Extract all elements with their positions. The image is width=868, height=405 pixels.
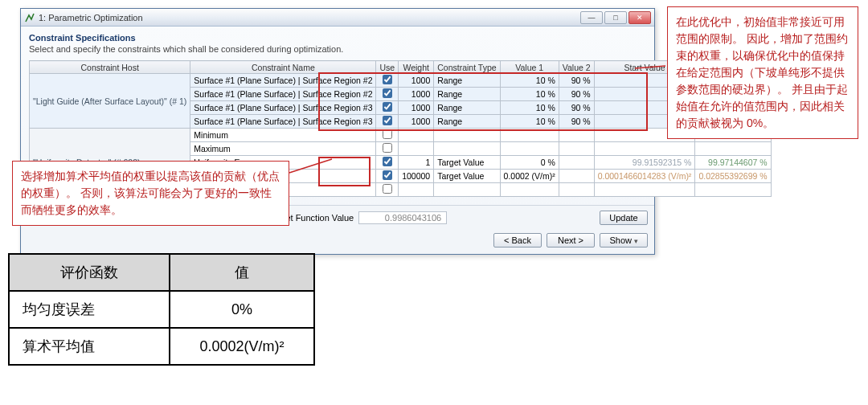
use-checkbox[interactable] [383,102,392,112]
annotation-left-text: 选择增加算术平均值的权重以提高该值的贡献（优点的权重）。 否则，该算法可能会为了… [21,170,280,216]
annotation-right-text: 在此优化中，初始值非常接近可用范围的限制。 因此，增加了范围约束的权重，以确保优… [676,15,848,129]
use-checkbox[interactable] [383,116,392,125]
use-checkbox[interactable] [383,129,392,139]
col-v1: Value 1 [500,61,559,74]
summary-header-val: 值 [170,254,314,291]
use-checkbox[interactable] [383,157,392,166]
summary-table: 评价函数 值 均匀度误差 0% 算术平均值 0.0002(V/m)² [8,253,315,366]
summary-row-label: 算术平均值 [9,328,170,365]
tfv-value: 0.9986043106 [358,211,447,224]
col-weight: Weight [399,61,434,74]
summary-row-value: 0% [170,291,314,328]
show-button[interactable]: Show [600,233,648,248]
window-title: 1: Parametric Optimization [39,13,580,22]
use-checkbox[interactable] [383,143,392,153]
col-use: Use [376,61,399,74]
update-button[interactable]: Update [600,211,648,225]
summary-header-func: 评价函数 [9,254,170,291]
col-v2: Value 2 [559,61,594,74]
wizard-buttons: < Back Next > Show [21,230,654,254]
use-checkbox[interactable] [383,184,392,194]
table-row[interactable]: "Light Guide (After Surface Layout)" (# … [30,74,772,88]
use-checkbox[interactable] [383,75,392,84]
annotation-right: 在此优化中，初始值非常接近可用范围的限制。 因此，增加了范围约束的权重，以确保优… [667,6,858,139]
app-icon [24,12,35,23]
summary-row-value: 0.0002(V/m)² [170,328,314,365]
close-button[interactable]: ✕ [628,11,651,24]
col-name: Constraint Name [190,61,376,74]
back-button[interactable]: < Back [493,233,542,248]
col-ctype: Constraint Type [434,61,500,74]
col-host: Constraint Host [30,61,190,74]
section-subtitle: Select and specify the constraints which… [29,44,646,54]
titlebar[interactable]: 1: Parametric Optimization — □ ✕ [21,9,654,27]
section-title: Constraint Specifications [29,33,646,43]
annotation-left: 选择增加算术平均值的权重以提高该值的贡献（优点的权重）。 否则，该算法可能会为了… [12,161,289,226]
use-checkbox[interactable] [383,170,392,180]
summary-row-label: 均匀度误差 [9,291,170,328]
minimize-button[interactable]: — [580,11,603,24]
host-cell: "Light Guide (After Surface Layout)" (# … [30,74,190,129]
table-row[interactable]: "Uniformity Detector" (# 602) Minimum [30,129,772,142]
use-checkbox[interactable] [383,88,392,98]
next-button[interactable]: Next > [547,233,595,248]
maximize-button[interactable]: □ [604,11,627,24]
